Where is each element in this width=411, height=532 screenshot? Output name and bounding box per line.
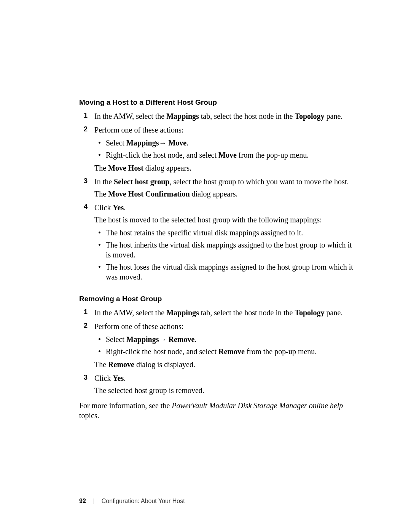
s2-step3-num: 3 — [84, 373, 88, 382]
chapter-title: Configuration: About Your Host — [102, 498, 185, 505]
s1-step2-bullets: Select Mappings→ Move. Right-click the h… — [94, 138, 354, 160]
s1-step3-after: The Move Host Confirmation dialog appear… — [94, 189, 354, 199]
section2-list: 1 In the AMW, select the Mappings tab, s… — [79, 308, 354, 395]
section2-heading: Removing a Host Group — [79, 295, 354, 303]
s1-step4-text: Click Yes. — [94, 203, 126, 212]
s1-step2-num: 2 — [84, 125, 88, 134]
s1-step3-text: In the Select host group, select the hos… — [94, 177, 349, 186]
section1-heading: Moving a Host to a Different Host Group — [79, 98, 354, 107]
s1-step3-num: 3 — [84, 177, 88, 185]
s2-step3-after: The selected host group is removed. — [94, 385, 354, 395]
s1-step2: 2 Perform one of these actions: Select M… — [79, 125, 354, 173]
s1-step1: 1 In the AMW, select the Mappings tab, s… — [79, 111, 354, 121]
s1-step1-text: In the AMW, select the Mappings tab, sel… — [94, 112, 342, 120]
s1-step4-num: 4 — [84, 203, 88, 211]
s2-step2-num: 2 — [84, 321, 88, 330]
s1-step2-b1: Select Mappings→ Move. — [94, 138, 354, 148]
s1-step4-b1: The host retains the specific virtual di… — [94, 228, 354, 238]
s1-step2-b2: Right-click the host node, and select Mo… — [94, 150, 354, 160]
s2-step2-b1: Select Mappings→ Remove. — [94, 334, 354, 344]
footer-divider — [94, 498, 94, 504]
s1-step3: 3 In the Select host group, select the h… — [79, 177, 354, 199]
s2-step3: 3 Click Yes. The selected host group is … — [79, 373, 354, 395]
s1-step4-b2: The host inherits the virtual disk mappi… — [94, 240, 354, 260]
s2-step2-after: The Remove dialog is displayed. — [94, 359, 354, 369]
s2-step2-bullets: Select Mappings→ Remove. Right-click the… — [94, 334, 354, 356]
section1-list: 1 In the AMW, select the Mappings tab, s… — [79, 111, 354, 282]
s2-step3-text: Click Yes. — [94, 374, 126, 382]
s2-step1: 1 In the AMW, select the Mappings tab, s… — [79, 308, 354, 318]
section2: Removing a Host Group 1 In the AMW, sele… — [79, 295, 354, 420]
s1-step4-bullets: The host retains the specific virtual di… — [94, 228, 354, 282]
page-number: 92 — [79, 498, 86, 505]
s1-step2-text: Perform one of these actions: — [94, 126, 183, 134]
closing-text: For more information, see the PowerVault… — [79, 401, 354, 420]
s2-step1-num: 1 — [84, 308, 88, 316]
s2-step2-b2: Right-click the host node, and select Re… — [94, 347, 354, 356]
page-content: Moving a Host to a Different Host Group … — [0, 0, 411, 420]
s2-step1-text: In the AMW, select the Mappings tab, sel… — [94, 308, 342, 317]
s1-step4: 4 Click Yes. The host is moved to the se… — [79, 203, 354, 282]
page-footer: 92 Configuration: About Your Host — [79, 498, 185, 505]
s1-step2-after: The Move Host dialog appears. — [94, 163, 354, 173]
s1-step4-after: The host is moved to the selected host g… — [94, 215, 354, 225]
s2-step2-text: Perform one of these actions: — [94, 322, 183, 331]
s1-step1-num: 1 — [84, 111, 88, 120]
s1-step4-b3: The host loses the virtual disk mappings… — [94, 262, 354, 282]
s2-step2: 2 Perform one of these actions: Select M… — [79, 321, 354, 369]
